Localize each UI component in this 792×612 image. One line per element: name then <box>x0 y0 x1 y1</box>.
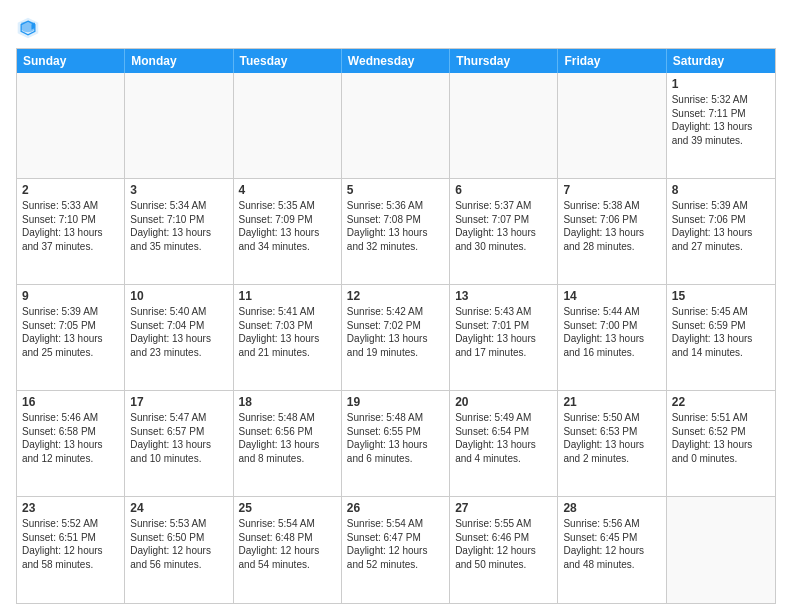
col-header-monday: Monday <box>125 49 233 73</box>
col-header-thursday: Thursday <box>450 49 558 73</box>
col-header-tuesday: Tuesday <box>234 49 342 73</box>
day-info: Sunrise: 5:56 AMSunset: 6:45 PMDaylight:… <box>563 517 660 571</box>
day-info: Sunrise: 5:48 AMSunset: 6:55 PMDaylight:… <box>347 411 444 465</box>
day-number: 15 <box>672 289 770 303</box>
day-info: Sunrise: 5:37 AMSunset: 7:07 PMDaylight:… <box>455 199 552 253</box>
page: SundayMondayTuesdayWednesdayThursdayFrid… <box>0 0 792 612</box>
day-cell-27: 27Sunrise: 5:55 AMSunset: 6:46 PMDayligh… <box>450 497 558 603</box>
day-cell-12: 12Sunrise: 5:42 AMSunset: 7:02 PMDayligh… <box>342 285 450 390</box>
day-cell-9: 9Sunrise: 5:39 AMSunset: 7:05 PMDaylight… <box>17 285 125 390</box>
day-number: 12 <box>347 289 444 303</box>
calendar: SundayMondayTuesdayWednesdayThursdayFrid… <box>16 48 776 604</box>
day-cell-1: 1Sunrise: 5:32 AMSunset: 7:11 PMDaylight… <box>667 73 775 178</box>
day-info: Sunrise: 5:52 AMSunset: 6:51 PMDaylight:… <box>22 517 119 571</box>
day-cell-8: 8Sunrise: 5:39 AMSunset: 7:06 PMDaylight… <box>667 179 775 284</box>
day-cell-26: 26Sunrise: 5:54 AMSunset: 6:47 PMDayligh… <box>342 497 450 603</box>
day-number: 22 <box>672 395 770 409</box>
day-info: Sunrise: 5:35 AMSunset: 7:09 PMDaylight:… <box>239 199 336 253</box>
day-cell-11: 11Sunrise: 5:41 AMSunset: 7:03 PMDayligh… <box>234 285 342 390</box>
day-number: 5 <box>347 183 444 197</box>
day-number: 16 <box>22 395 119 409</box>
day-number: 14 <box>563 289 660 303</box>
empty-cell <box>558 73 666 178</box>
day-cell-24: 24Sunrise: 5:53 AMSunset: 6:50 PMDayligh… <box>125 497 233 603</box>
week-row-4: 16Sunrise: 5:46 AMSunset: 6:58 PMDayligh… <box>17 391 775 497</box>
empty-cell <box>234 73 342 178</box>
day-number: 21 <box>563 395 660 409</box>
day-cell-16: 16Sunrise: 5:46 AMSunset: 6:58 PMDayligh… <box>17 391 125 496</box>
day-info: Sunrise: 5:45 AMSunset: 6:59 PMDaylight:… <box>672 305 770 359</box>
day-number: 24 <box>130 501 227 515</box>
day-number: 13 <box>455 289 552 303</box>
col-header-saturday: Saturday <box>667 49 775 73</box>
day-cell-19: 19Sunrise: 5:48 AMSunset: 6:55 PMDayligh… <box>342 391 450 496</box>
day-info: Sunrise: 5:41 AMSunset: 7:03 PMDaylight:… <box>239 305 336 359</box>
day-number: 1 <box>672 77 770 91</box>
day-number: 7 <box>563 183 660 197</box>
day-cell-6: 6Sunrise: 5:37 AMSunset: 7:07 PMDaylight… <box>450 179 558 284</box>
day-info: Sunrise: 5:42 AMSunset: 7:02 PMDaylight:… <box>347 305 444 359</box>
calendar-header-row: SundayMondayTuesdayWednesdayThursdayFrid… <box>17 49 775 73</box>
week-row-1: 1Sunrise: 5:32 AMSunset: 7:11 PMDaylight… <box>17 73 775 179</box>
week-row-2: 2Sunrise: 5:33 AMSunset: 7:10 PMDaylight… <box>17 179 775 285</box>
day-number: 9 <box>22 289 119 303</box>
day-cell-14: 14Sunrise: 5:44 AMSunset: 7:00 PMDayligh… <box>558 285 666 390</box>
empty-cell <box>17 73 125 178</box>
day-number: 3 <box>130 183 227 197</box>
day-number: 25 <box>239 501 336 515</box>
day-cell-17: 17Sunrise: 5:47 AMSunset: 6:57 PMDayligh… <box>125 391 233 496</box>
day-number: 2 <box>22 183 119 197</box>
day-info: Sunrise: 5:49 AMSunset: 6:54 PMDaylight:… <box>455 411 552 465</box>
day-info: Sunrise: 5:39 AMSunset: 7:06 PMDaylight:… <box>672 199 770 253</box>
day-cell-28: 28Sunrise: 5:56 AMSunset: 6:45 PMDayligh… <box>558 497 666 603</box>
day-info: Sunrise: 5:44 AMSunset: 7:00 PMDaylight:… <box>563 305 660 359</box>
day-cell-4: 4Sunrise: 5:35 AMSunset: 7:09 PMDaylight… <box>234 179 342 284</box>
day-number: 23 <box>22 501 119 515</box>
day-info: Sunrise: 5:54 AMSunset: 6:48 PMDaylight:… <box>239 517 336 571</box>
day-cell-22: 22Sunrise: 5:51 AMSunset: 6:52 PMDayligh… <box>667 391 775 496</box>
day-info: Sunrise: 5:47 AMSunset: 6:57 PMDaylight:… <box>130 411 227 465</box>
day-info: Sunrise: 5:32 AMSunset: 7:11 PMDaylight:… <box>672 93 770 147</box>
col-header-sunday: Sunday <box>17 49 125 73</box>
empty-cell <box>450 73 558 178</box>
day-cell-2: 2Sunrise: 5:33 AMSunset: 7:10 PMDaylight… <box>17 179 125 284</box>
header <box>16 16 776 40</box>
week-row-3: 9Sunrise: 5:39 AMSunset: 7:05 PMDaylight… <box>17 285 775 391</box>
calendar-body: 1Sunrise: 5:32 AMSunset: 7:11 PMDaylight… <box>17 73 775 603</box>
day-cell-21: 21Sunrise: 5:50 AMSunset: 6:53 PMDayligh… <box>558 391 666 496</box>
day-cell-23: 23Sunrise: 5:52 AMSunset: 6:51 PMDayligh… <box>17 497 125 603</box>
logo-icon <box>16 16 40 40</box>
day-info: Sunrise: 5:33 AMSunset: 7:10 PMDaylight:… <box>22 199 119 253</box>
day-info: Sunrise: 5:55 AMSunset: 6:46 PMDaylight:… <box>455 517 552 571</box>
day-number: 27 <box>455 501 552 515</box>
empty-cell <box>342 73 450 178</box>
day-cell-7: 7Sunrise: 5:38 AMSunset: 7:06 PMDaylight… <box>558 179 666 284</box>
day-cell-13: 13Sunrise: 5:43 AMSunset: 7:01 PMDayligh… <box>450 285 558 390</box>
day-info: Sunrise: 5:54 AMSunset: 6:47 PMDaylight:… <box>347 517 444 571</box>
day-info: Sunrise: 5:43 AMSunset: 7:01 PMDaylight:… <box>455 305 552 359</box>
day-number: 28 <box>563 501 660 515</box>
day-number: 19 <box>347 395 444 409</box>
day-number: 20 <box>455 395 552 409</box>
day-info: Sunrise: 5:40 AMSunset: 7:04 PMDaylight:… <box>130 305 227 359</box>
day-cell-10: 10Sunrise: 5:40 AMSunset: 7:04 PMDayligh… <box>125 285 233 390</box>
logo <box>16 16 44 40</box>
week-row-5: 23Sunrise: 5:52 AMSunset: 6:51 PMDayligh… <box>17 497 775 603</box>
day-cell-3: 3Sunrise: 5:34 AMSunset: 7:10 PMDaylight… <box>125 179 233 284</box>
day-info: Sunrise: 5:48 AMSunset: 6:56 PMDaylight:… <box>239 411 336 465</box>
day-cell-20: 20Sunrise: 5:49 AMSunset: 6:54 PMDayligh… <box>450 391 558 496</box>
day-info: Sunrise: 5:34 AMSunset: 7:10 PMDaylight:… <box>130 199 227 253</box>
day-info: Sunrise: 5:53 AMSunset: 6:50 PMDaylight:… <box>130 517 227 571</box>
day-cell-15: 15Sunrise: 5:45 AMSunset: 6:59 PMDayligh… <box>667 285 775 390</box>
day-number: 4 <box>239 183 336 197</box>
day-info: Sunrise: 5:51 AMSunset: 6:52 PMDaylight:… <box>672 411 770 465</box>
day-cell-5: 5Sunrise: 5:36 AMSunset: 7:08 PMDaylight… <box>342 179 450 284</box>
col-header-wednesday: Wednesday <box>342 49 450 73</box>
day-info: Sunrise: 5:39 AMSunset: 7:05 PMDaylight:… <box>22 305 119 359</box>
empty-cell <box>125 73 233 178</box>
day-info: Sunrise: 5:36 AMSunset: 7:08 PMDaylight:… <box>347 199 444 253</box>
day-number: 6 <box>455 183 552 197</box>
day-cell-25: 25Sunrise: 5:54 AMSunset: 6:48 PMDayligh… <box>234 497 342 603</box>
day-number: 8 <box>672 183 770 197</box>
day-info: Sunrise: 5:46 AMSunset: 6:58 PMDaylight:… <box>22 411 119 465</box>
